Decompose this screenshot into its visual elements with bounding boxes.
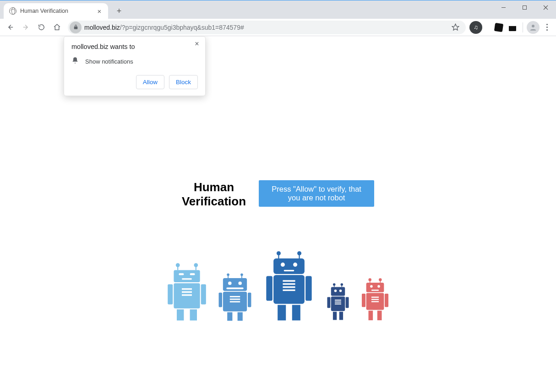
svg-rect-54 bbox=[283, 283, 295, 285]
svg-rect-56 bbox=[283, 290, 295, 291]
popup-heading: molloved.biz wants to bbox=[71, 43, 198, 50]
robots-illustration bbox=[0, 250, 556, 322]
svg-rect-66 bbox=[339, 311, 343, 320]
svg-rect-30 bbox=[219, 293, 222, 307]
svg-rect-76 bbox=[366, 283, 384, 292]
svg-rect-1 bbox=[523, 5, 526, 9]
allow-button[interactable]: Allow bbox=[136, 75, 164, 89]
svg-rect-60 bbox=[342, 285, 342, 287]
close-window-button[interactable] bbox=[535, 0, 556, 14]
svg-point-83 bbox=[377, 285, 380, 288]
svg-rect-49 bbox=[292, 305, 300, 321]
svg-rect-61 bbox=[331, 287, 345, 295]
home-button[interactable] bbox=[49, 20, 64, 35]
svg-rect-80 bbox=[368, 311, 373, 320]
svg-point-51 bbox=[293, 263, 297, 267]
robot-icon bbox=[217, 271, 253, 322]
tab-close-icon[interactable]: × bbox=[95, 7, 104, 15]
new-tab-button[interactable]: + bbox=[113, 5, 125, 17]
toolbar-divider bbox=[523, 22, 523, 32]
forward-button[interactable] bbox=[18, 20, 33, 35]
svg-rect-86 bbox=[371, 299, 379, 300]
block-button[interactable]: Block bbox=[169, 75, 198, 89]
popup-close-icon[interactable]: × bbox=[192, 39, 202, 48]
svg-rect-21 bbox=[182, 288, 192, 290]
svg-point-50 bbox=[281, 263, 285, 267]
svg-rect-23 bbox=[182, 294, 192, 295]
svg-rect-17 bbox=[190, 309, 197, 320]
profile-avatar-button[interactable] bbox=[527, 21, 540, 34]
svg-rect-42 bbox=[278, 253, 279, 258]
svg-point-34 bbox=[228, 281, 231, 285]
svg-point-82 bbox=[370, 285, 373, 288]
svg-rect-81 bbox=[377, 311, 382, 320]
instruction-banner: Press "Allow" to verify, that you are no… bbox=[259, 180, 374, 207]
kebab-menu-button[interactable] bbox=[540, 24, 553, 31]
robot-icon bbox=[166, 262, 208, 322]
url-text: molloved.biz/?p=gizgcnrqgu5gi3bphayq&sub… bbox=[84, 24, 449, 31]
minimize-button[interactable] bbox=[493, 0, 514, 14]
svg-rect-15 bbox=[201, 284, 206, 304]
svg-point-67 bbox=[334, 290, 337, 292]
hero-section: HumanVerification Press "Allow" to verif… bbox=[0, 180, 556, 209]
svg-rect-85 bbox=[371, 297, 379, 298]
svg-rect-38 bbox=[230, 299, 240, 300]
svg-rect-46 bbox=[266, 276, 273, 301]
permission-label: Show notifications bbox=[85, 58, 133, 65]
titlebar: Human Verification × + bbox=[0, 0, 556, 19]
page-heading: HumanVerification bbox=[182, 180, 246, 209]
svg-rect-43 bbox=[299, 253, 300, 258]
robot-icon bbox=[360, 277, 390, 322]
extension-cube-icon[interactable] bbox=[492, 21, 505, 34]
toolbar: molloved.biz/?p=gizgcnrqgu5gi3bphayq&sub… bbox=[0, 19, 556, 36]
svg-rect-12 bbox=[174, 270, 200, 282]
svg-rect-26 bbox=[228, 274, 229, 278]
bookmark-star-icon[interactable] bbox=[449, 23, 461, 31]
svg-rect-44 bbox=[273, 258, 305, 274]
svg-rect-18 bbox=[179, 273, 184, 275]
svg-rect-65 bbox=[333, 311, 337, 320]
reload-button[interactable] bbox=[34, 20, 49, 35]
svg-rect-32 bbox=[227, 312, 232, 321]
maximize-button[interactable] bbox=[514, 0, 535, 14]
svg-rect-69 bbox=[335, 300, 341, 301]
globe-icon bbox=[9, 7, 16, 15]
svg-rect-79 bbox=[385, 294, 388, 307]
bell-icon bbox=[71, 57, 79, 66]
svg-rect-11 bbox=[196, 265, 196, 270]
robot-icon bbox=[262, 250, 316, 322]
svg-rect-14 bbox=[168, 284, 173, 304]
svg-rect-27 bbox=[241, 274, 242, 278]
address-bar[interactable]: molloved.biz/?p=gizgcnrqgu5gi3bphayq&sub… bbox=[68, 21, 466, 34]
svg-point-35 bbox=[238, 281, 241, 285]
svg-rect-13 bbox=[174, 283, 200, 308]
svg-rect-47 bbox=[305, 276, 312, 301]
page-content: × molloved.biz wants to Show notificatio… bbox=[0, 36, 556, 392]
back-button[interactable] bbox=[3, 20, 17, 35]
svg-rect-78 bbox=[362, 294, 365, 307]
svg-rect-87 bbox=[371, 301, 379, 302]
svg-rect-70 bbox=[335, 301, 341, 302]
svg-rect-37 bbox=[230, 296, 240, 297]
svg-point-7 bbox=[532, 25, 534, 27]
svg-rect-71 bbox=[335, 303, 341, 304]
svg-rect-84 bbox=[371, 290, 379, 290]
svg-rect-36 bbox=[226, 287, 243, 289]
svg-rect-52 bbox=[284, 270, 294, 271]
svg-rect-19 bbox=[190, 273, 195, 275]
svg-rect-75 bbox=[380, 279, 381, 282]
svg-rect-22 bbox=[182, 291, 192, 293]
browser-tab[interactable]: Human Verification × bbox=[4, 3, 108, 19]
extension-music-icon[interactable]: ♫ bbox=[469, 21, 482, 34]
window-controls bbox=[493, 0, 556, 19]
robot-icon bbox=[325, 281, 351, 322]
svg-rect-16 bbox=[177, 309, 184, 320]
svg-point-68 bbox=[339, 290, 342, 292]
svg-rect-74 bbox=[370, 279, 371, 282]
site-info-button[interactable] bbox=[70, 21, 82, 33]
svg-rect-64 bbox=[346, 297, 349, 308]
svg-rect-63 bbox=[327, 297, 330, 308]
extension-wallet-icon[interactable] bbox=[506, 21, 519, 34]
svg-rect-31 bbox=[248, 293, 251, 307]
svg-rect-10 bbox=[177, 265, 178, 270]
